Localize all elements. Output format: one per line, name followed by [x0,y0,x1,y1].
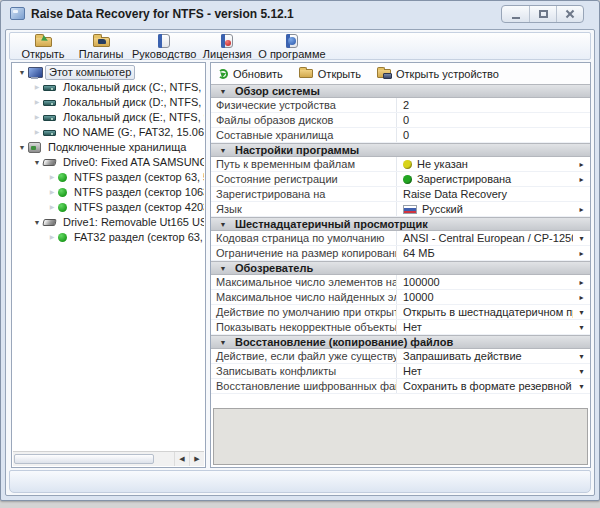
property-value[interactable]: ANSI - Central European / CP-1250 [397,232,573,244]
tree-item[interactable]: ▶NTFS раздел (сектор 63, 50.69ГБ) [13,170,204,185]
property-row[interactable]: Составные хранилища0 [211,128,590,143]
tree-item[interactable]: ▼Drive1: Removable Ut165 USB USB2Flash [13,215,204,230]
property-row[interactable]: Восстановление шифрованных файлов на NTF… [211,379,590,394]
section-header[interactable]: ▼Восстановление (копирование) файлов [211,335,590,349]
property-value[interactable]: Нет [397,365,573,377]
property-row[interactable]: Файлы образов дисков0 [211,113,590,128]
tree-item[interactable]: ▶NTFS раздел (сектор 420340788, 97.6 [13,200,204,215]
property-row[interactable]: Максимальное число элементов на странице… [211,275,590,290]
panel-refresh-button[interactable]: Обновить [218,68,283,80]
property-row[interactable]: Ограничение на размер копирования64 МБ▸ [211,246,590,261]
expander-open-icon[interactable]: ▼ [16,140,28,155]
expander-collapsed-icon[interactable]: ▶ [46,170,58,185]
expander-collapsed-icon[interactable]: ▶ [31,95,43,110]
property-value[interactable]: Запрашивать действие [397,350,573,362]
dropdown-arrow-icon[interactable]: ▾ [573,382,590,391]
submenu-arrow-icon[interactable]: ▸ [573,160,590,169]
expander-collapsed-icon[interactable]: ▶ [46,200,58,215]
close-button[interactable] [556,6,583,22]
tree-item-label: NTFS раздел (сектор 63, 50.69ГБ) [71,171,204,184]
property-value[interactable]: 64 МБ [397,247,573,259]
toolbar-about-button[interactable]: О программе [258,34,325,60]
partition-green-icon [58,233,67,242]
property-value[interactable]: Открыть в шестнадцатеричном просмотрщике [397,306,573,318]
section-header[interactable]: ▼Обозреватель [211,261,590,275]
tree-item[interactable]: ▶Локальный диск (C:, NTFS, 50.69ГБ) [13,80,204,95]
minimize-button[interactable] [502,6,529,22]
scrollbar-track[interactable] [14,454,173,464]
expander-open-icon[interactable]: ▼ [16,65,28,80]
app-icon [10,7,25,20]
expander-collapsed-icon[interactable]: ▶ [46,185,58,200]
property-value[interactable]: Русский [397,203,573,215]
tree-item[interactable]: ▶FAT32 раздел (сектор 63, 15.06ГБ) [13,230,204,245]
property-value[interactable]: Raise Data Recovery [397,188,573,200]
property-value[interactable]: Нет [397,321,573,333]
folder-small-icon [299,69,313,78]
property-row[interactable]: Кодовая страница по умолчаниюANSI - Cent… [211,231,590,246]
window-content: ОткрытьПлагиныРуководствоЛицензияО прогр… [5,29,595,496]
toolbar-open-button[interactable]: Открыть [16,34,70,60]
tree-item[interactable]: ▶NO NAME (G:, FAT32, 15.06ГБ) [13,125,204,140]
dropdown-arrow-icon[interactable]: ▾ [573,352,590,361]
toolbar-plugins-button[interactable]: Плагины [74,34,128,60]
submenu-arrow-icon[interactable]: ▸ [573,278,590,287]
tree-item[interactable]: ▼Подключенные хранилища [13,140,204,155]
dropdown-arrow-icon[interactable]: ▾ [573,323,590,332]
submenu-arrow-icon[interactable]: ▸ [573,293,590,302]
tree-item[interactable]: ▶NTFS раздел (сектор 106318233, 149. [13,185,204,200]
property-value[interactable]: Зарегистрирована [397,173,573,185]
section-collapse-icon: ▼ [211,147,235,154]
panel-open-device-button[interactable]: Открыть устройство [377,68,499,80]
tree-item[interactable]: ▶Локальный диск (E:, NTFS, 97.65ГБ) [13,110,204,125]
property-value[interactable]: 2 [397,99,573,111]
section-collapse-icon: ▼ [211,339,235,346]
expander-collapsed-icon[interactable]: ▶ [31,125,43,140]
dropdown-arrow-icon[interactable]: ▾ [573,308,590,317]
panel-open-button[interactable]: Открыть [299,68,361,80]
toolbar-button-label: О программе [258,49,325,60]
property-value[interactable]: Не указан [397,158,573,170]
submenu-arrow-icon[interactable]: ▸ [573,175,590,184]
section-header[interactable]: ▼Настройки программы [211,143,590,157]
horizontal-scrollbar[interactable]: ◀ ▶ [13,451,204,466]
property-row[interactable]: Зарегистрирована наRaise Data Recovery [211,187,590,202]
scrollbar-thumb[interactable] [14,454,154,464]
property-row[interactable]: Физические устройства2 [211,98,590,113]
property-row[interactable]: Записывать конфликтыНет▾ [211,364,590,379]
scroll-right-button[interactable]: ▶ [189,452,204,466]
expander-open-icon[interactable]: ▼ [31,155,43,170]
property-value[interactable]: Сохранить в формате резервной копии [397,380,573,392]
property-row[interactable]: Путь к временным файламНе указан▸ [211,157,590,172]
expander-collapsed-icon[interactable]: ▶ [31,110,43,125]
tree-item[interactable]: ▼Этот компьютер [13,65,204,80]
expander-open-icon[interactable]: ▼ [31,215,43,230]
property-row[interactable]: Состояние регистрацииЗарегистрирована▸ [211,172,590,187]
property-value[interactable]: 100000 [397,276,573,288]
property-value[interactable]: 0 [397,129,573,141]
section-header[interactable]: ▼Обзор системы [211,84,590,98]
tree-item[interactable]: ▶Локальный диск (D:, NTFS, 149.73ГБ) [13,95,204,110]
property-row[interactable]: Действие по умолчанию при открытии файла… [211,305,590,320]
property-row[interactable]: ЯзыкРусский▸ [211,202,590,217]
dropdown-arrow-icon[interactable]: ▾ [573,234,590,243]
property-value[interactable]: 0 [397,114,573,126]
expander-collapsed-icon[interactable]: ▶ [46,230,58,245]
property-row[interactable]: Показывать некорректные объектыНет▾ [211,320,590,335]
titlebar[interactable]: Raise Data Recovery for NTFS - version 5… [1,1,599,28]
toolbar-manual-button[interactable]: Руководство [132,34,196,60]
submenu-arrow-icon[interactable]: ▸ [573,205,590,214]
section-header[interactable]: ▼Шестнадцатеричный просмотрщик [211,217,590,231]
tree-item-label: Этот компьютер [45,65,135,80]
scroll-left-button[interactable]: ◀ [174,452,189,466]
property-row[interactable]: Максимальное число найденных элементов в… [211,290,590,305]
submenu-arrow-icon[interactable]: ▸ [573,249,590,258]
tree-item-label: NO NAME (G:, FAT32, 15.06ГБ) [60,126,204,139]
property-row[interactable]: Действие, если файл уже существуетЗапраш… [211,349,590,364]
toolbar-license-button[interactable]: Лицензия [200,34,254,60]
maximize-button[interactable] [529,6,556,22]
tree-item[interactable]: ▼Drive0: Fixed ATA SAMSUNG HD321KJ [13,155,204,170]
property-value[interactable]: 10000 [397,291,573,303]
dropdown-arrow-icon[interactable]: ▾ [573,367,590,376]
expander-collapsed-icon[interactable]: ▶ [31,80,43,95]
